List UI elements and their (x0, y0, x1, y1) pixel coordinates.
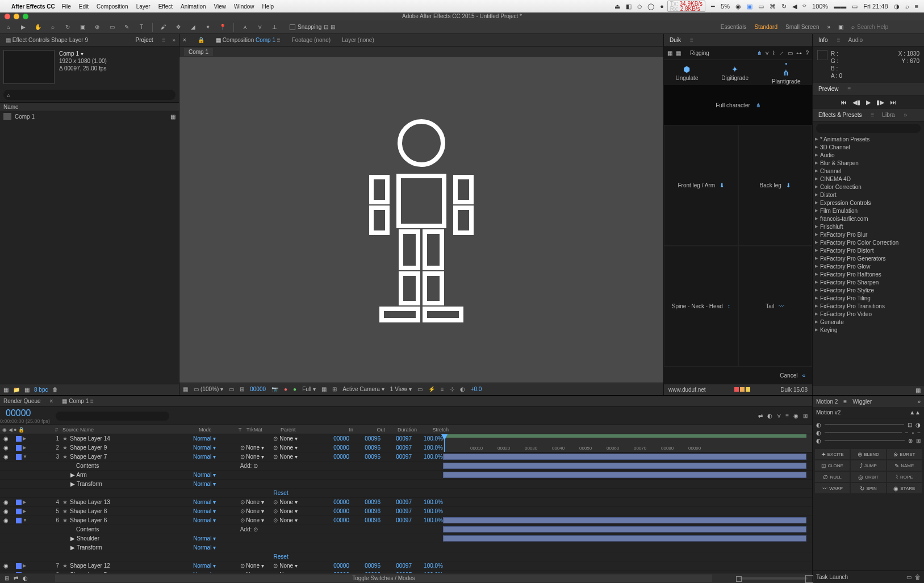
pixel-aspect-icon[interactable]: ▭ (417, 386, 423, 392)
motion-btn-rope[interactable]: ⌇ ROPE (887, 472, 922, 482)
graph-editor-icon[interactable]: ⊞ (803, 413, 808, 419)
work-area[interactable] (443, 434, 806, 438)
channel-icon[interactable]: ● (284, 386, 287, 392)
tab-motion2[interactable]: Motion 2 (816, 399, 838, 405)
effects-item[interactable]: Distort (813, 191, 924, 199)
frame-blend-icon[interactable]: ≡ (785, 413, 789, 419)
timeline-search[interactable] (56, 412, 169, 421)
label-color[interactable] (16, 445, 22, 451)
motion-btn-spin[interactable]: ↻ SPIN (851, 483, 885, 493)
pen-tool-icon[interactable]: ✎ (122, 22, 132, 32)
slider2[interactable] (825, 432, 902, 433)
preview-menu-icon[interactable]: ≡ (848, 86, 851, 92)
menubar-globe-icon[interactable]: ● (660, 3, 664, 10)
layer-row[interactable]: ◉▶ 4 ★Shape Layer 13 Normal ▾ ⊙ None ▾ ⊙… (0, 498, 443, 507)
puppet-tool-icon[interactable]: 📍 (218, 22, 228, 32)
interpret-icon[interactable]: ▦ (3, 387, 9, 393)
new-comp-icon[interactable]: ▦ (24, 387, 30, 393)
always-preview-icon[interactable]: ▦ (183, 386, 188, 392)
twirl-icon[interactable]: ▶ (23, 509, 28, 514)
effects-item[interactable]: FxFactory Pro Distort (813, 246, 924, 254)
duik-grid-icon[interactable]: ▦ (676, 50, 681, 56)
ctrl6-icon[interactable]: ⊕ (908, 438, 913, 444)
draft3d-icon[interactable]: ◐ (767, 413, 772, 419)
shape-tool-icon[interactable]: ▭ (107, 22, 117, 32)
layer-bar[interactable] (443, 489, 812, 498)
pan-behind-tool-icon[interactable]: ⊕ (92, 22, 102, 32)
pickwhip-icon[interactable]: ⊙ (240, 517, 245, 523)
effects-item[interactable]: FxFactory Pro Halftones (813, 270, 924, 278)
viewer-timecode[interactable]: 00000 (250, 386, 266, 392)
duik-front-leg[interactable]: Front leg / Arm⬇ (664, 125, 738, 246)
col-name[interactable]: Name (3, 104, 19, 110)
composition-viewer[interactable] (179, 57, 663, 383)
duik-full-character[interactable]: Full character⋔ (664, 85, 812, 125)
fast-preview-icon[interactable]: ⚡ (428, 386, 435, 392)
label-color[interactable] (16, 500, 22, 505)
tab-wiggler[interactable]: Wiggler (852, 399, 872, 405)
visibility-toggle[interactable]: ◉ (2, 444, 9, 451)
effects-item[interactable]: FxFactory Pro Color Correction (813, 238, 924, 246)
folder-icon[interactable]: 📁 (13, 387, 20, 393)
pickwhip-icon[interactable]: ⊙ (240, 454, 245, 460)
menu-help[interactable]: Help (262, 3, 274, 10)
effects-item[interactable]: Color Correction (813, 183, 924, 191)
mode-digitigrade[interactable]: ✦Digitigrade (721, 65, 749, 81)
layer-property[interactable]: Reset (0, 552, 443, 561)
duik-cancel[interactable]: Cancel« (664, 367, 812, 384)
stretch-col[interactable]: Stretch (419, 427, 451, 433)
duik-rigging[interactable]: Rigging (690, 50, 709, 56)
duik-url[interactable]: www.duduf.net (668, 387, 706, 393)
close-tab-icon[interactable]: × (183, 37, 186, 43)
slider1[interactable] (825, 424, 904, 425)
timemachine-icon[interactable]: ↻ (781, 3, 787, 10)
bit-depth[interactable]: 8 bpc (34, 387, 48, 393)
expand-icon[interactable]: ⊞ (5, 575, 9, 581)
mode-plantigrade[interactable]: •⋔Plantigrade (772, 61, 801, 85)
flowchart-icon[interactable]: ⊹ (450, 386, 454, 392)
spotlight-icon[interactable]: ⌕ (905, 3, 909, 10)
local-axis-icon[interactable]: ⋏ (240, 22, 250, 32)
tab-footage[interactable]: Footage (none) (292, 37, 331, 43)
twirl-icon[interactable]: ▶ (23, 436, 28, 441)
duik-tail[interactable]: Tail〰 (738, 246, 813, 367)
label-color[interactable] (16, 518, 22, 523)
roto-tool-icon[interactable]: ✦ (203, 22, 213, 32)
user-icon[interactable]: ◑ (894, 3, 900, 10)
parent-col[interactable]: Parent (278, 427, 324, 433)
close-window[interactable] (5, 14, 10, 19)
pickwhip-icon[interactable]: ⊙ (273, 454, 278, 460)
ctrl1-icon[interactable]: ⊡ (908, 422, 912, 428)
flag-icon[interactable]: ▭ (852, 3, 858, 10)
help-search-input[interactable] (857, 24, 921, 30)
zoom-window[interactable] (23, 14, 28, 19)
effects-item[interactable]: Generate (813, 318, 924, 326)
workspace-overflow-icon[interactable]: » (827, 24, 830, 30)
motion-logo-icon[interactable]: ▲▲ (909, 409, 921, 416)
layer-row[interactable]: ◉▶ 7 ★Shape Layer 12 Normal ▾ ⊙ None ▾ ⊙… (0, 561, 443, 571)
tab-project[interactable]: Project (133, 37, 155, 43)
layer-property[interactable]: Contents Add: ⊙ (0, 462, 443, 471)
task-trash-icon[interactable]: 🗑 (915, 574, 921, 580)
ep-overflow-icon[interactable]: » (904, 112, 908, 118)
tab-timeline-comp[interactable]: ▦ Comp 1 ≡ (62, 398, 93, 404)
zoom-tool-icon[interactable]: ⌕ (48, 22, 58, 32)
layer-property[interactable]: ▶ Shoulder Normal ▾ (0, 534, 443, 543)
resolution-icon[interactable]: ▭ (229, 386, 234, 392)
panel-menu-icon[interactable]: ≡ (162, 37, 166, 43)
selection-tool-icon[interactable]: ▶ (18, 22, 28, 32)
duik-zero-icon[interactable]: ▭ (788, 50, 793, 56)
clock[interactable]: Fri 21:48 (863, 3, 888, 10)
project-item-comp[interactable]: Comp 1 ▦ (0, 111, 179, 121)
menubar-sync-icon[interactable]: ⏏ (614, 3, 620, 10)
in-col[interactable]: In (324, 427, 356, 433)
type-tool-icon[interactable]: T (136, 22, 147, 32)
layer-row[interactable]: ◉▼ 3 ★Shape Layer 7 Normal ▾ ⊙ None ▾ ⊙ … (0, 452, 443, 462)
tab-layer[interactable]: Layer (none) (342, 37, 374, 43)
effects-item[interactable]: CINEMA 4D (813, 175, 924, 183)
pickwhip-icon[interactable]: ⊙ (240, 499, 245, 505)
layer-bar[interactable] (443, 452, 812, 462)
effects-item[interactable]: Channel (813, 167, 924, 175)
current-timecode[interactable]: 00000 (0, 408, 50, 418)
layer-bar[interactable] (443, 571, 812, 573)
